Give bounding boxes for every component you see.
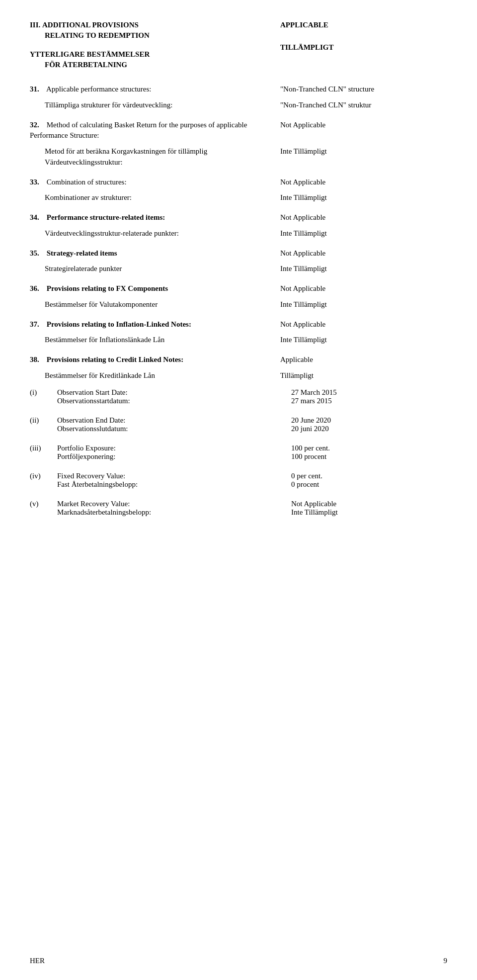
row-37-main-text: Provisions relating to Inflation-Linked … — [47, 320, 191, 328]
row-34-number: 34. — [30, 212, 45, 223]
row-37-right: Not Applicable — [280, 319, 447, 330]
row-36-right: Not Applicable — [280, 283, 447, 294]
row-35: 35. Strategy-related items Not Applicabl… — [30, 248, 447, 259]
row-33-right: Not Applicable — [280, 177, 447, 188]
sub-item-i-main: Observation Start Date: 27 March 2015 — [57, 388, 447, 397]
sub-item-v-main-left: Market Recovery Value: — [57, 500, 272, 508]
row-36-main-text: Provisions relating to FX Components — [47, 284, 168, 292]
sub-item-ii-sub: Observationsslutdatum: 20 juni 2020 — [57, 425, 447, 433]
sub-item-v-content: Market Recovery Value: Not Applicable Ma… — [57, 500, 447, 524]
row-32-number: 32. — [30, 120, 45, 131]
row-35-sub-left: Strategirelaterade punkter — [45, 264, 274, 274]
sub-item-iii-label: (iii) — [30, 444, 57, 468]
sub-item-iii-main-right: 100 per cent. — [291, 444, 447, 452]
page-content: III. ADDITIONAL PROVISIONS RELATING TO R… — [30, 20, 447, 524]
sub-item-v-sub-left: Marknadsåterbetalningsbelopp: — [57, 508, 272, 517]
row-37-sub: Bestämmelser för Inflationslänkade Lån I… — [30, 335, 447, 346]
sub-item-i: (i) Observation Start Date: 27 March 201… — [30, 388, 447, 412]
section-number: III. — [30, 21, 40, 29]
row-32-sub: Metod för att beräkna Korgavkastningen f… — [30, 146, 447, 168]
row-31-right: "Non-Tranched CLN" structure — [280, 84, 447, 95]
row-33-number: 33. — [30, 177, 45, 188]
section-swedish-line2: FÖR ÅTERBETALNING — [45, 61, 127, 69]
sub-item-ii-sub-left: Observationsslutdatum: — [57, 425, 272, 433]
sub-item-iv-main: Fixed Recovery Value: 0 per cent. — [57, 472, 447, 480]
sub-item-iii-main-left: Portfolio Exposure: — [57, 444, 272, 452]
sub-item-iv-sub: Fast Återbetalningsbelopp: 0 procent — [57, 480, 447, 489]
row-31-number: 31. — [30, 84, 45, 95]
sub-item-iii: (iii) Portfolio Exposure: 100 per cent. … — [30, 444, 447, 468]
sub-item-iv-main-left: Fixed Recovery Value: — [57, 472, 272, 480]
row-34-main-text: Performance structure-related items: — [47, 213, 165, 221]
row-32-left: 32. Method of calculating Basket Return … — [30, 120, 259, 142]
row-32-sub-right: Inte Tillämpligt — [280, 146, 447, 157]
row-31-main-text: Applicable performance structures: — [46, 85, 152, 93]
section-header-left: III. ADDITIONAL PROVISIONS RELATING TO R… — [30, 20, 259, 70]
row-32-sub-left: Metod för att beräkna Korgavkastningen f… — [45, 146, 274, 168]
row-37-number: 37. — [30, 319, 45, 330]
sub-item-v-sub-right: Inte Tillämpligt — [291, 508, 447, 517]
row-38-number: 38. — [30, 355, 45, 365]
tillämpligt-label: TILLÄMPLIGT — [280, 42, 447, 53]
row-31-left: 31. Applicable performance structures: — [30, 84, 259, 95]
sub-item-i-main-left: Observation Start Date: — [57, 388, 272, 397]
sub-item-v-main-right: Not Applicable — [291, 500, 447, 508]
sub-item-i-content: Observation Start Date: 27 March 2015 Ob… — [57, 388, 447, 412]
row-35-sub-right: Inte Tillämpligt — [280, 264, 447, 274]
row-33-sub-left: Kombinationer av strukturer: — [45, 192, 274, 203]
row-31-sub-right: "Non-Tranched CLN" struktur — [280, 100, 447, 111]
row-33-main-text: Combination of structures: — [47, 178, 127, 186]
sub-item-iv-sub-left: Fast Återbetalningsbelopp: — [57, 480, 272, 489]
row-36-sub: Bestämmelser för Valutakomponenter Inte … — [30, 299, 447, 310]
sub-item-iv-sub-right: 0 procent — [291, 480, 447, 489]
row-35-right: Not Applicable — [280, 248, 447, 259]
row-31-sub: Tillämpliga strukturer för värdeutveckli… — [30, 100, 447, 111]
row-37-sub-right: Inte Tillämpligt — [280, 335, 447, 346]
sub-item-iv: (iv) Fixed Recovery Value: 0 per cent. F… — [30, 472, 447, 496]
sub-item-v-main: Market Recovery Value: Not Applicable — [57, 500, 447, 508]
sub-item-iii-main: Portfolio Exposure: 100 per cent. — [57, 444, 447, 452]
sub-item-iv-label: (iv) — [30, 472, 57, 496]
row-31-sub-left: Tillämpliga strukturer för värdeutveckli… — [45, 100, 274, 111]
sub-item-i-sub-left: Observationsstartdatum: — [57, 397, 272, 405]
row-35-main-text: Strategy-related items — [47, 249, 117, 257]
row-38: 38. Provisions relating to Credit Linked… — [30, 355, 447, 365]
sub-item-iii-sub: Portföljexponering: 100 procent — [57, 452, 447, 461]
sub-item-ii-content: Observation End Date: 20 June 2020 Obser… — [57, 416, 447, 440]
page-footer: HER 9 — [30, 957, 447, 965]
row-33-sub: Kombinationer av strukturer: Inte Tilläm… — [30, 192, 447, 203]
row-36: 36. Provisions relating to FX Components… — [30, 283, 447, 294]
section-title-line2: RELATING TO REDEMPTION — [45, 31, 150, 39]
sub-item-iv-content: Fixed Recovery Value: 0 per cent. Fast Å… — [57, 472, 447, 496]
row-38-left: 38. Provisions relating to Credit Linked… — [30, 355, 259, 365]
row-36-sub-right: Inte Tillämpligt — [280, 299, 447, 310]
row-36-number: 36. — [30, 283, 45, 294]
row-32: 32. Method of calculating Basket Return … — [30, 120, 447, 142]
row-35-sub: Strategirelaterade punkter Inte Tillämpl… — [30, 264, 447, 274]
sub-item-ii-sub-right: 20 juni 2020 — [291, 425, 447, 433]
sub-item-v: (v) Market Recovery Value: Not Applicabl… — [30, 500, 447, 524]
sub-item-ii-main-right: 20 June 2020 — [291, 416, 447, 425]
row-35-number: 35. — [30, 248, 45, 259]
sub-item-iii-content: Portfolio Exposure: 100 per cent. Portfö… — [57, 444, 447, 468]
sub-item-i-sub: Observationsstartdatum: 27 mars 2015 — [57, 397, 447, 405]
row-32-right: Not Applicable — [280, 120, 447, 131]
sub-item-iv-main-right: 0 per cent. — [291, 472, 447, 480]
row-36-left: 36. Provisions relating to FX Components — [30, 283, 259, 294]
sub-item-i-main-right: 27 March 2015 — [291, 388, 447, 397]
row-34-left: 34. Performance structure-related items: — [30, 212, 259, 223]
row-32-main-text: Method of calculating Basket Return for … — [30, 121, 247, 140]
sub-item-ii: (ii) Observation End Date: 20 June 2020 … — [30, 416, 447, 440]
row-31: 31. Applicable performance structures: "… — [30, 84, 447, 95]
row-38-main-text: Provisions relating to Credit Linked Not… — [47, 356, 183, 363]
row-38-sub: Bestämmelser för Kreditlänkade Lån Tillä… — [30, 370, 447, 381]
row-34-sub-left: Värdeutvecklingsstruktur-relaterade punk… — [45, 228, 274, 239]
row-34-sub: Värdeutvecklingsstruktur-relaterade punk… — [30, 228, 447, 239]
section-header: III. ADDITIONAL PROVISIONS RELATING TO R… — [30, 20, 447, 70]
row-37: 37. Provisions relating to Inflation-Lin… — [30, 319, 447, 330]
row-34-sub-right: Inte Tillämpligt — [280, 228, 447, 239]
sub-item-ii-label: (ii) — [30, 416, 57, 440]
sub-item-ii-main-left: Observation End Date: — [57, 416, 272, 425]
row-38-sub-left: Bestämmelser för Kreditlänkade Lån — [45, 370, 274, 381]
row-36-sub-left: Bestämmelser för Valutakomponenter — [45, 299, 274, 310]
